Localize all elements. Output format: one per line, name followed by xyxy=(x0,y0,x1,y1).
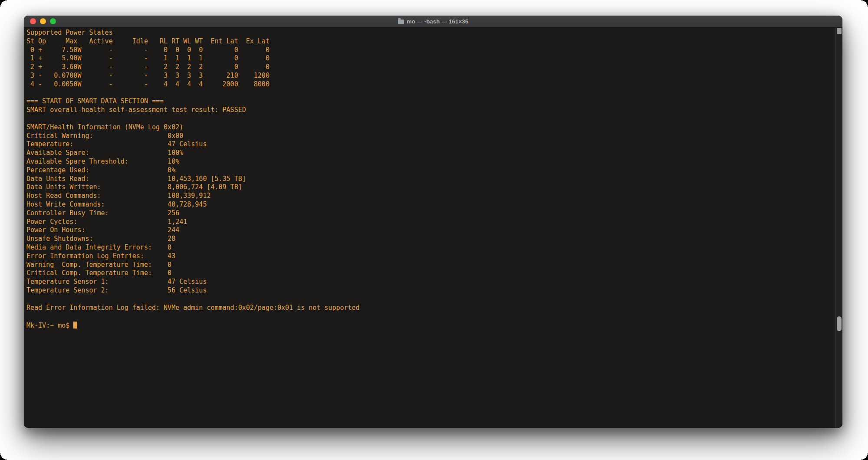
minimize-button[interactable] xyxy=(40,18,46,24)
terminal-cursor xyxy=(73,322,77,329)
screen-corner xyxy=(0,0,7,7)
title-group: mo — -bash — 161×35 xyxy=(398,18,468,25)
screen-corner xyxy=(861,453,868,460)
terminal-window: mo — -bash — 161×35 Supported Power Stat… xyxy=(24,16,842,428)
scrollbar-mark xyxy=(837,28,842,34)
proxy-folder-icon[interactable] xyxy=(398,20,404,24)
zoom-button[interactable] xyxy=(50,18,56,24)
window-title: mo — -bash — 161×35 xyxy=(407,18,468,25)
traffic-lights xyxy=(30,16,56,27)
terminal-output[interactable]: Supported Power States St Op Max Active … xyxy=(24,27,842,330)
scrollbar[interactable] xyxy=(835,27,842,428)
desktop-background: mo — -bash — 161×35 Supported Power Stat… xyxy=(0,0,868,460)
titlebar[interactable]: mo — -bash — 161×35 xyxy=(24,16,842,27)
screen-corner xyxy=(0,453,7,460)
scrollbar-thumb[interactable] xyxy=(837,316,842,331)
screen-corner xyxy=(861,0,868,7)
close-button[interactable] xyxy=(30,18,36,24)
terminal-body[interactable]: Supported Power States St Op Max Active … xyxy=(24,27,842,428)
